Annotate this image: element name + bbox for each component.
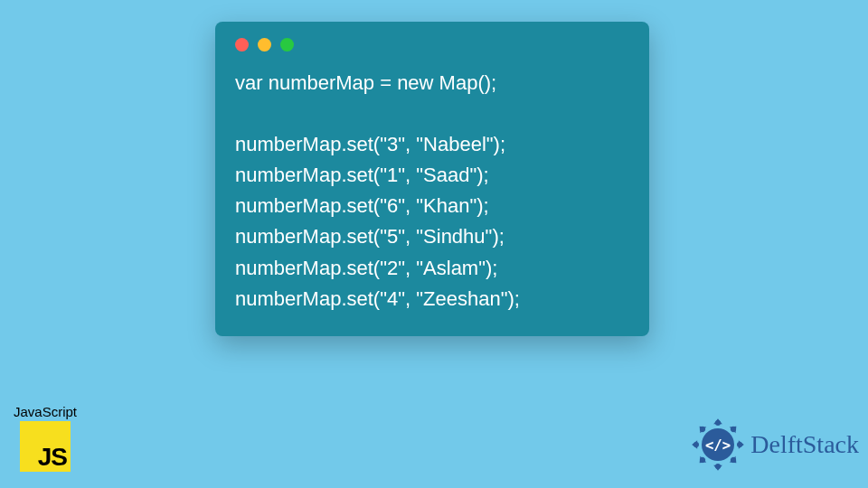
svg-point-11 [737, 442, 742, 447]
code-line: numberMap.set("6", "Khan"); [235, 194, 489, 217]
close-dot-icon [235, 38, 249, 52]
svg-point-9 [715, 420, 721, 426]
delftstack-text: DelftStack [750, 430, 859, 459]
code-line: numberMap.set("2", "Aslam"); [235, 257, 497, 279]
window-controls [235, 38, 629, 52]
svg-point-13 [715, 464, 721, 469]
code-line: numberMap.set("3", "Nabeel"); [235, 133, 505, 155]
code-line: numberMap.set("4", "Zeeshan"); [235, 287, 520, 310]
minimize-dot-icon [258, 38, 271, 52]
javascript-badge: JavaScript JS [5, 404, 85, 472]
svg-text:</>: </> [705, 437, 731, 454]
code-line: numberMap.set("5", "Sindhu"); [235, 225, 505, 248]
javascript-logo-icon: JS [20, 421, 71, 472]
js-logo-text: JS [38, 443, 67, 472]
delftstack-logo: </> DelftStack [691, 418, 859, 472]
javascript-label: JavaScript [14, 404, 77, 419]
maximize-dot-icon [280, 38, 294, 52]
code-block: var numberMap = new Map(); numberMap.set… [235, 68, 629, 314]
code-window: var numberMap = new Map(); numberMap.set… [215, 22, 649, 336]
svg-point-15 [693, 442, 699, 447]
code-line: var numberMap = new Map(); [235, 71, 496, 94]
code-line: numberMap.set("1", "Saad"); [235, 164, 489, 186]
delftstack-gear-icon: </> [691, 418, 745, 472]
